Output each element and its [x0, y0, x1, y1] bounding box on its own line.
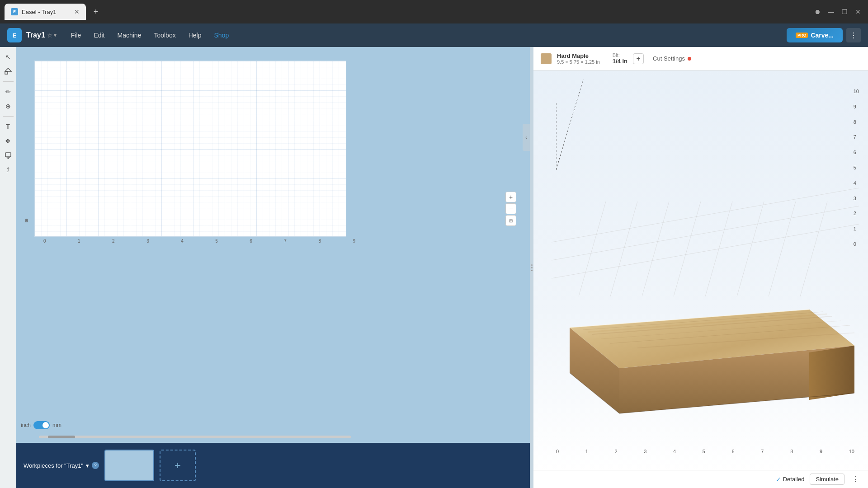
zoom-controls: + − ⊞: [505, 192, 516, 416]
preview-more-button[interactable]: ⋮: [850, 474, 861, 485]
pro-badge: PRO: [796, 33, 808, 38]
project-star-icon[interactable]: ☆: [47, 32, 53, 39]
bit-info: Bit: 1/4 in: [613, 52, 627, 65]
app-logo: E: [7, 28, 22, 42]
cut-settings-alert-dot: [688, 57, 691, 61]
browser-tab[interactable]: E Easel - Tray1 ✕: [5, 4, 86, 20]
workpieces-title: Workpieces for "Tray1": [24, 462, 83, 469]
menu-item-edit[interactable]: Edit: [88, 29, 110, 42]
tool-text-btn[interactable]: T: [2, 120, 14, 133]
browser-restore-btn[interactable]: ❐: [839, 6, 850, 17]
main-menu: File Edit Machine Toolbox Help Shop: [66, 29, 234, 42]
menubar: E Tray1 ☆ ▾ File Edit Machine Toolbox He…: [0, 23, 868, 47]
detailed-label: Detailed: [783, 476, 805, 483]
browser-close-btn[interactable]: ✕: [853, 6, 863, 17]
main-layout: ↖ ✏ ⊕ T ❖ ⤴: [0, 47, 868, 488]
material-header: Hard Maple 9.5 × 5.75 × 1.25 in Bit: 1/4…: [533, 47, 868, 70]
toggle-knob: [42, 422, 49, 428]
browser-minimize-btn[interactable]: —: [826, 6, 836, 17]
add-workpiece-button[interactable]: +: [160, 450, 196, 481]
zoom-fit-button[interactable]: ⊞: [505, 215, 516, 226]
zoom-out-button[interactable]: −: [505, 203, 516, 214]
toolbar-divider-2: [3, 116, 14, 117]
axis-lines-svg: [556, 80, 646, 170]
tool-target-btn[interactable]: ⊕: [2, 100, 14, 113]
svg-line-29: [556, 80, 583, 170]
cut-settings-label: Cut Settings: [653, 55, 685, 62]
bit-value: 1/4 in: [613, 58, 627, 65]
workpiece-thumbnail-1[interactable]: [104, 450, 154, 481]
browser-controls: ⏺ — ❐ ✕: [812, 6, 863, 17]
ruler-x: 0 1 2 3 4 5 6 7 8 9: [43, 237, 355, 244]
mm-label: mm: [52, 422, 61, 428]
toolbar-divider-1: [3, 81, 14, 82]
canvas-wrapper: 0 1 2 3 4 5 0 1 2 3 4 5: [16, 47, 530, 443]
design-canvas[interactable]: [34, 61, 346, 237]
workpieces-help-icon[interactable]: ?: [92, 462, 99, 469]
cut-settings-button[interactable]: Cut Settings: [649, 53, 695, 64]
svg-marker-1: [5, 68, 11, 71]
project-title: Tray1: [26, 31, 45, 39]
preview-panel: Hard Maple 9.5 × 5.75 × 1.25 in Bit: 1/4…: [533, 47, 868, 488]
left-toolbar: ↖ ✏ ⊕ T ❖ ⤴: [0, 47, 16, 488]
tool-import-btn[interactable]: [2, 149, 14, 162]
svg-marker-24: [809, 346, 854, 400]
inch-label: inch: [21, 422, 31, 428]
detailed-checkbox-area[interactable]: ✓ Detailed: [776, 476, 805, 483]
material-dimensions: 9.5 × 5.75 × 1.25 in: [557, 59, 600, 65]
tool-select-btn[interactable]: ↖: [2, 51, 14, 63]
menu-item-toolbox[interactable]: Toolbox: [148, 29, 181, 42]
check-mark-icon: ✓: [776, 476, 781, 483]
menu-item-machine[interactable]: Machine: [112, 29, 147, 42]
carve-button[interactable]: PRO Carve...: [787, 28, 843, 42]
menu-item-shop[interactable]: Shop: [208, 29, 234, 42]
tool-export-btn[interactable]: ⤴: [2, 164, 14, 176]
browser-chrome: E Easel - Tray1 ✕ + ⏺ — ❐ ✕: [0, 0, 868, 23]
material-info: Hard Maple 9.5 × 5.75 × 1.25 in: [557, 52, 600, 65]
add-bit-button[interactable]: +: [633, 53, 644, 64]
new-tab-button[interactable]: +: [90, 5, 102, 18]
menubar-more-button[interactable]: ⋮: [846, 28, 861, 42]
preview-canvas[interactable]: 0 1 2 3 4 5 6 7 8 9 10 10 9 8 7: [533, 70, 868, 470]
workpieces-bar: Workpieces for "Tray1" ▾ ? +: [16, 443, 530, 488]
material-name: Hard Maple: [557, 52, 600, 59]
editor-panel: 0 1 2 3 4 5 0 1 2 3 4 5: [16, 47, 530, 488]
workpieces-label: Workpieces for "Tray1" ▾ ?: [24, 462, 99, 469]
add-workpiece-icon: +: [175, 459, 181, 472]
canvas-grid: [35, 61, 346, 236]
svg-line-6: [552, 188, 859, 242]
divider-dots: [531, 264, 533, 271]
panel-divider[interactable]: [530, 47, 533, 488]
unit-toggle-switch[interactable]: [33, 421, 50, 429]
ruler-3d-y: 10 9 8 7 6 5 4 3 2 1 0: [854, 89, 859, 247]
collapse-panel-handle[interactable]: ‹: [523, 124, 530, 151]
material-swatch: [541, 53, 552, 64]
tool-shapes-btn[interactable]: [2, 65, 14, 78]
unit-toggle: inch mm: [21, 421, 61, 429]
horizontal-scrollbar[interactable]: [39, 436, 351, 438]
bit-label: Bit:: [613, 52, 627, 58]
svg-rect-2: [5, 153, 11, 157]
menu-item-help[interactable]: Help: [183, 29, 207, 42]
app-container: E Tray1 ☆ ▾ File Edit Machine Toolbox He…: [0, 23, 868, 488]
project-dropdown-icon[interactable]: ▾: [54, 32, 57, 38]
browser-record-btn[interactable]: ⏺: [812, 6, 823, 17]
zoom-in-button[interactable]: +: [505, 192, 516, 202]
browser-tab-close-btn[interactable]: ✕: [74, 9, 80, 15]
menu-item-file[interactable]: File: [66, 29, 87, 42]
workpieces-chevron-icon[interactable]: ▾: [86, 462, 89, 469]
browser-tab-title: Easel - Tray1: [22, 9, 71, 15]
svg-line-4: [552, 224, 859, 278]
tool-apps-btn[interactable]: ❖: [2, 135, 14, 147]
preview-footer: ✓ Detailed Simulate ⋮: [533, 470, 868, 488]
svg-rect-0: [5, 71, 8, 74]
browser-tab-icon: E: [11, 8, 18, 15]
tool-pen-btn[interactable]: ✏: [2, 85, 14, 98]
simulate-button[interactable]: Simulate: [810, 474, 844, 485]
carve-label: Carve...: [811, 32, 834, 39]
scroll-thumb: [48, 436, 75, 438]
ruler-3d-x: 0 1 2 3 4 5 6 7 8 9 10: [556, 449, 854, 454]
wood-block-svg: [547, 273, 854, 445]
